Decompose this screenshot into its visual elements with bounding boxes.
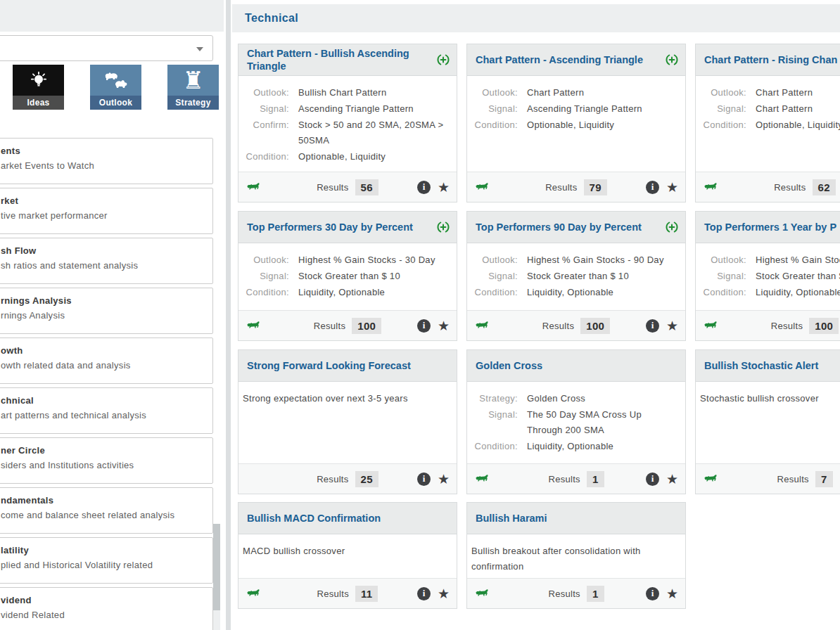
card-title[interactable]: Top Performers 30 Day by Percent — [247, 221, 432, 233]
add-circle-icon[interactable] — [436, 220, 450, 234]
info-icon[interactable]: i — [646, 319, 659, 333]
category-title: latility — [1, 544, 208, 557]
ideas-button[interactable]: Ideas — [13, 65, 64, 110]
results-group: Results 100 — [542, 318, 610, 334]
info-icon[interactable]: i — [417, 181, 431, 194]
info-icon[interactable]: i — [417, 587, 431, 600]
card-title[interactable]: Top Performers 90 Day by Percent — [476, 221, 661, 233]
category-subtitle: sh ratios and statement analysis — [1, 259, 208, 272]
screener-card: Top Performers 30 Day by Percent Outlook… — [238, 211, 457, 341]
card-description: Stochastic bullish crossover — [696, 391, 840, 406]
sidebar-scrollbar-thumb[interactable] — [213, 524, 220, 610]
sidebar-item-market[interactable]: rket tive market performancer — [0, 188, 213, 234]
results-label: Results — [545, 182, 577, 193]
field-value: Stock Greater than $ 10 — [298, 269, 451, 284]
category-subtitle: vidend Related — [1, 609, 208, 622]
field-value: Optionable, Liquidity — [298, 149, 451, 165]
category-list: ents arket Events to Watch rket tive mar… — [0, 138, 213, 630]
screener-card: Bullish Stochastic Alert Stochastic bull… — [695, 349, 840, 494]
bull-icon — [246, 589, 260, 601]
card-title[interactable]: Golden Cross — [476, 359, 679, 372]
screener-card: Strong Forward Looking Forecast Strong e… — [238, 349, 457, 494]
results-count-badge: 7 — [815, 471, 833, 487]
card-footer: Results 100 i ★ — [238, 310, 457, 340]
field-value: Liquidity, Optionable — [756, 285, 840, 300]
card-title[interactable]: Top Performers 1 Year by P — [704, 221, 840, 233]
star-icon[interactable]: ★ — [666, 181, 678, 194]
star-icon[interactable]: ★ — [666, 587, 678, 600]
card-footer: Results 1 i ★ — [467, 463, 685, 494]
info-icon[interactable]: i — [417, 319, 431, 333]
info-icon[interactable]: i — [646, 181, 659, 194]
card-title[interactable]: Bullish Harami — [476, 512, 679, 525]
sidebar-item-volatility[interactable]: latility plied and Historical Volatility… — [0, 537, 213, 584]
panel-divider — [226, 0, 231, 630]
footer-actions: i ★ — [417, 464, 450, 494]
field-value: Optionable, Liquidity — [527, 117, 680, 133]
sidebar-scrollbar-track[interactable] — [213, 610, 220, 630]
card-title[interactable]: Chart Pattern - Ascending Triangle — [476, 53, 661, 66]
card-title[interactable]: Chart Pattern - Rising Chan — [704, 53, 840, 66]
sidebar-item-cash-flow[interactable]: sh Flow sh ratios and statement analysis — [0, 238, 213, 284]
field-value: Chart Pattern — [756, 85, 840, 101]
card-footer: Results 100 i ★ — [467, 310, 685, 340]
card-body: Stochastic bullish crossover — [696, 382, 840, 463]
add-circle-icon[interactable] — [665, 53, 679, 67]
footer-actions: i ★ — [417, 579, 450, 608]
bull-icon — [703, 321, 718, 333]
field-label: Condition: — [467, 285, 518, 300]
bull-icon — [474, 474, 489, 487]
card-header: Chart Pattern - Ascending Triangle — [467, 44, 685, 76]
category-dropdown[interactable] — [0, 35, 213, 61]
star-icon[interactable]: ★ — [438, 472, 450, 486]
results-label: Results — [317, 589, 349, 599]
field-label: Condition: — [467, 117, 518, 133]
screener-card: Chart Pattern - Rising Chan Outlook:Char… — [695, 44, 840, 202]
sidebar-item-dividend[interactable]: vidend vidend Related — [0, 587, 213, 630]
field-label: Outlook: — [467, 252, 518, 268]
info-icon[interactable]: i — [417, 472, 431, 486]
card-header: Bullish Harami — [467, 503, 685, 534]
category-title: rnings Analysis — [1, 295, 208, 307]
category-subtitle: siders and Institutions activities — [1, 459, 208, 472]
card-title[interactable]: Chart Pattern - Bullish Ascending Triang… — [247, 47, 432, 72]
sidebar-item-fundamentals[interactable]: ndamentals come and balance sheet relate… — [0, 487, 213, 534]
card-header: Top Performers 1 Year by P — [696, 212, 840, 243]
field-value: Ascending Triangle Pattern — [527, 101, 680, 117]
category-subtitle: rnings Analysis — [1, 309, 208, 322]
results-label: Results — [317, 474, 348, 484]
field-value: Highest % Gain Stock — [756, 252, 840, 268]
results-label: Results — [774, 182, 806, 193]
results-count-badge: 100 — [809, 318, 839, 334]
results-group: Results 25 — [317, 471, 378, 487]
field-label: Outlook: — [696, 85, 746, 101]
results-label: Results — [548, 474, 580, 484]
outlook-button[interactable]: Outlook — [90, 65, 141, 110]
sidebar-item-technical[interactable]: chnical art patterns and technical analy… — [0, 387, 213, 434]
sidebar-item-inner-circle[interactable]: ner Circle siders and Institutions activ… — [0, 437, 213, 484]
star-icon[interactable]: ★ — [666, 319, 678, 333]
card-title[interactable]: Strong Forward Looking Forecast — [247, 359, 450, 372]
field-label: Outlook: — [238, 85, 289, 101]
card-body: Outlook:Highest % Gain Stocks - 90 Day S… — [467, 243, 685, 310]
card-title[interactable]: Bullish MACD Confirmation — [247, 512, 450, 525]
info-icon[interactable]: i — [646, 472, 659, 486]
sidebar-item-growth[interactable]: owth owth related data and analysis — [0, 338, 213, 384]
strategy-button[interactable]: ♜ Strategy — [167, 65, 219, 110]
card-title[interactable]: Bullish Stochastic Alert — [704, 359, 840, 372]
info-icon[interactable]: i — [646, 587, 659, 600]
add-circle-icon[interactable] — [665, 220, 679, 234]
category-title: rket — [1, 195, 208, 207]
add-circle-icon[interactable] — [436, 53, 450, 67]
card-footer: Results 11 i ★ — [238, 578, 457, 608]
sidebar-item-events[interactable]: ents arket Events to Watch — [0, 138, 213, 184]
star-icon[interactable]: ★ — [438, 319, 450, 333]
sidebar-item-earnings[interactable]: rnings Analysis rnings Analysis — [0, 288, 213, 334]
star-icon[interactable]: ★ — [666, 472, 678, 486]
category-title: vidend — [1, 594, 208, 607]
category-title: ner Circle — [1, 444, 208, 457]
screener-card: Top Performers 1 Year by P Outlook:Highe… — [695, 211, 840, 341]
star-icon[interactable]: ★ — [438, 181, 450, 194]
star-icon[interactable]: ★ — [438, 587, 450, 600]
results-group: Results 11 — [317, 586, 378, 602]
